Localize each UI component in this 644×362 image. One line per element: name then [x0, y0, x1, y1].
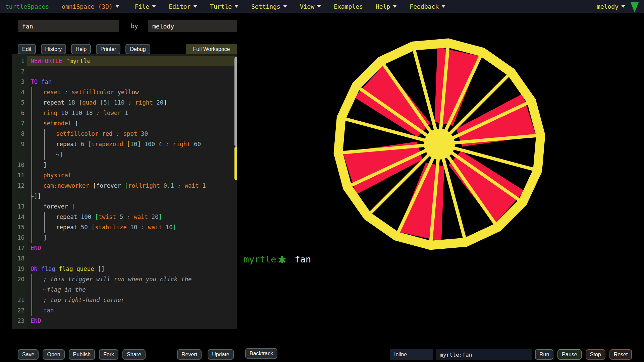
chevron-down-icon: [234, 5, 238, 8]
chevron-down-icon: [441, 5, 445, 8]
project-name-input[interactable]: [18, 20, 119, 32]
menu-item-view[interactable]: View: [300, 3, 321, 10]
menu-item-feedback[interactable]: Feedback: [410, 3, 445, 10]
code-line-number: 22: [12, 305, 24, 316]
tab-full-workspace[interactable]: Full Workspace: [186, 44, 237, 54]
code-line[interactable]: 7setmodel [: [12, 118, 237, 129]
code-line[interactable]: 2: [12, 66, 237, 77]
save-button[interactable]: Save: [18, 349, 39, 360]
code-text: ; this trigger will run when you click t…: [27, 274, 237, 285]
tab-history[interactable]: History: [41, 44, 66, 54]
app-logo[interactable]: turtleSpaces: [5, 3, 49, 10]
chevron-down-icon: [283, 5, 287, 8]
code-line[interactable]: 1NEWTURTLE "myrtle: [12, 56, 237, 66]
code-line[interactable]: 10]: [12, 160, 237, 170]
code-line[interactable]: 4reset : setfillcolor yellow: [12, 87, 237, 98]
code-text: repeat 6 [trapezoid [10] 100 4 : right 6…: [27, 139, 237, 149]
chevron-down-icon: [152, 5, 156, 8]
code-line-number: 16: [12, 233, 24, 243]
stop-button[interactable]: Stop: [586, 349, 605, 360]
menu-item-settings[interactable]: Settings: [251, 3, 287, 10]
code-line-number: 9: [12, 139, 24, 149]
code-text: repeat 100 [twist 5 : wait 20]: [27, 212, 237, 222]
code-line[interactable]: 20; this trigger will run when you click…: [12, 274, 237, 295]
menu-item-label: Help: [376, 3, 390, 10]
code-line[interactable]: 5repeat 18 [quad [5] 110 : right 20]: [12, 98, 237, 108]
code-line-number: 20: [12, 274, 24, 285]
author-input[interactable]: [148, 20, 237, 32]
code-text: repeat 18 [quad [5] 110 : right 20]: [27, 98, 237, 108]
code-text: ; top right-hand corner: [27, 295, 237, 305]
update-button[interactable]: Update: [208, 349, 234, 360]
menu-item-turtle[interactable]: Turtle: [210, 3, 238, 10]
code-editor[interactable]: 1NEWTURTLE "myrtle2 3TO fan4reset : setf…: [12, 54, 237, 329]
tab-edit[interactable]: Edit: [18, 44, 36, 54]
code-line-number: 23: [12, 316, 24, 326]
fork-button[interactable]: Fork: [99, 349, 118, 360]
code-line[interactable]: 21; top right-hand corner: [12, 295, 237, 305]
code-line[interactable]: 13forever [: [12, 201, 237, 212]
menu-item-file[interactable]: File: [135, 3, 156, 10]
code-line[interactable]: 15repeat 50 [stabilize 10 : wait 10]: [12, 222, 237, 233]
reset-button[interactable]: Reset: [609, 349, 632, 360]
code-line[interactable]: 8setfillcolor red : spot 30: [12, 129, 237, 139]
code-text: ]: [27, 160, 237, 170]
code-line-number: 7: [12, 118, 24, 129]
code-line[interactable]: 16]: [12, 233, 237, 243]
corner-flag-icon[interactable]: [631, 2, 639, 12]
revert-button[interactable]: Revert: [177, 349, 202, 360]
command-input[interactable]: [436, 349, 532, 360]
code-line[interactable]: 14repeat 100 [twist 5 : wait 20]: [12, 212, 237, 222]
code-line[interactable]: 6ring 10 110 18 : lower 1: [12, 108, 237, 118]
code-line-number: 13: [12, 201, 24, 212]
menu-item-label: omniSpace (3D): [62, 3, 113, 10]
code-text: [27, 66, 237, 77]
run-button[interactable]: Run: [535, 349, 553, 360]
share-button[interactable]: Share: [122, 349, 146, 360]
code-line-number: 15: [12, 222, 24, 233]
turtle-name: myrtle: [244, 254, 276, 264]
chevron-down-icon: [115, 5, 119, 8]
tab-printer[interactable]: Printer: [96, 44, 120, 54]
code-line[interactable]: 11physical: [12, 170, 237, 181]
pause-button[interactable]: Pause: [557, 349, 581, 360]
menu-item-label: Editor: [169, 3, 191, 10]
code-text: NEWTURTLE "myrtle: [27, 56, 237, 66]
backtrack-button[interactable]: Backtrack: [245, 348, 277, 359]
code-line-number: 8: [12, 129, 24, 139]
menu-item-omnispace-3d[interactable]: omniSpace (3D): [62, 3, 119, 10]
user-menu[interactable]: melody: [597, 3, 625, 10]
code-line[interactable]: 17END: [12, 243, 237, 253]
code-line[interactable]: 19ON flag flag queue []: [12, 264, 237, 274]
turtle-3d-canvas[interactable]: [237, 13, 644, 349]
inline-select[interactable]: Inline: [390, 349, 433, 360]
menu-item-label: Turtle: [210, 3, 232, 10]
code-line[interactable]: 9repeat 6 [trapezoid [10] 100 4 : right …: [12, 139, 237, 160]
code-line[interactable]: 12cam:newworker [forever [rollright 0.1 …: [12, 181, 237, 201]
code-text: ]: [27, 233, 237, 243]
code-line[interactable]: 3TO fan: [12, 77, 237, 87]
tab-help[interactable]: Help: [71, 44, 91, 54]
menu-item-editor[interactable]: Editor: [169, 3, 197, 10]
code-line-number: 18: [12, 253, 24, 264]
code-line-number: 2: [12, 66, 24, 77]
code-text: ↪]]: [27, 191, 237, 201]
menu-item-examples[interactable]: Examples: [334, 3, 363, 10]
code-line-number: 6: [12, 108, 24, 118]
code-line[interactable]: 18: [12, 253, 237, 264]
menu-item-help[interactable]: Help: [376, 3, 397, 10]
code-line-number: 12: [12, 181, 24, 191]
code-text: TO fan: [27, 77, 237, 87]
menu-item-label: File: [135, 3, 149, 10]
code-text: setfillcolor red : spot 30: [27, 129, 237, 139]
code-text: ↪]: [27, 149, 237, 160]
revision-actions: RevertUpdate: [177, 349, 234, 360]
menu-item-label: Examples: [334, 3, 363, 10]
code-line-number: 11: [12, 170, 24, 181]
code-line[interactable]: 22fan: [12, 305, 237, 316]
code-line[interactable]: 23END: [12, 316, 237, 326]
publish-button[interactable]: Publish: [69, 349, 95, 360]
code-text: physical: [27, 170, 237, 181]
tab-debug[interactable]: Debug: [125, 44, 150, 54]
open-button[interactable]: Open: [43, 349, 64, 360]
